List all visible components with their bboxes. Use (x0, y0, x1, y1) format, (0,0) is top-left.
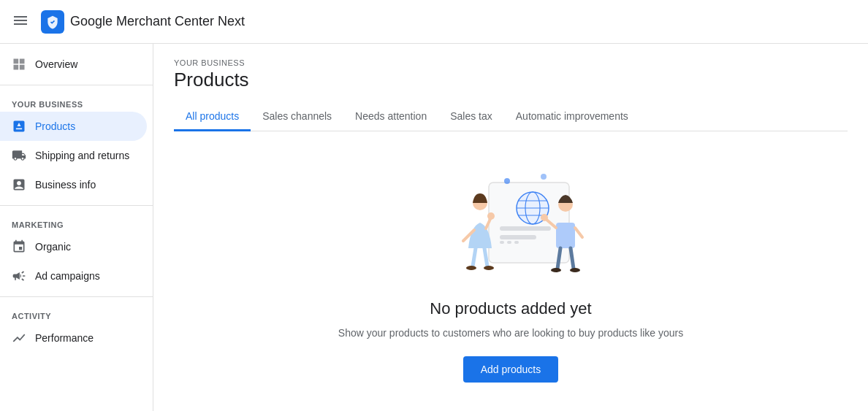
overview-icon (12, 57, 26, 72)
organic-label: Organic (35, 241, 71, 253)
svg-point-20 (484, 266, 494, 270)
sidebar-item-organic[interactable]: Organic (0, 232, 147, 261)
svg-rect-2 (500, 235, 536, 239)
ad-campaigns-label: Ad campaigns (35, 270, 100, 282)
tab-sales-tax[interactable]: Sales tax (438, 103, 504, 131)
svg-line-25 (575, 228, 582, 237)
performance-label: Performance (35, 332, 94, 344)
sidebar-item-overview[interactable]: Overview (0, 50, 147, 79)
products-label: Products (35, 120, 75, 132)
your-business-label: YOUR BUSINESS (174, 58, 848, 67)
svg-rect-5 (514, 241, 519, 244)
sidebar-item-performance[interactable]: Performance (0, 323, 147, 353)
svg-rect-22 (556, 223, 575, 248)
content-area: YOUR BUSINESS Products All products Sale… (153, 44, 868, 411)
tab-all-products[interactable]: All products (174, 103, 251, 131)
performance-icon (12, 331, 26, 345)
top-bar: Google Merchant Center Next (0, 0, 868, 44)
empty-subtitle: Show your products to customers who are … (338, 327, 683, 339)
tabs-bar: All products Sales channels Needs attent… (174, 103, 848, 131)
svg-point-12 (541, 174, 547, 180)
tab-automatic-improvements[interactable]: Automatic improvements (504, 103, 640, 131)
svg-rect-1 (500, 226, 551, 231)
sidebar-item-products[interactable]: Products (0, 112, 147, 141)
content-header: YOUR BUSINESS Products All products Sale… (153, 44, 868, 131)
sidebar-divider-2 (0, 205, 153, 206)
products-icon (12, 119, 26, 134)
empty-illustration (423, 161, 598, 285)
svg-point-29 (570, 268, 580, 272)
logo-area: Google Merchant Center Next (41, 10, 245, 34)
sidebar-divider-3 (0, 296, 153, 297)
svg-line-18 (484, 248, 487, 266)
svg-line-17 (473, 248, 476, 266)
svg-point-28 (551, 268, 561, 272)
overview-label: Overview (35, 58, 77, 70)
app-title: Google Merchant Center Next (70, 14, 245, 29)
sidebar: Overview Your Business Products Shipping… (0, 44, 153, 411)
organic-icon (12, 239, 26, 254)
shipping-icon (12, 148, 26, 163)
business-info-icon (12, 177, 26, 192)
menu-icon[interactable] (12, 12, 29, 32)
business-info-label: Business info (35, 179, 96, 191)
empty-title: No products added yet (430, 299, 591, 318)
sidebar-item-ad-campaigns[interactable]: Ad campaigns (0, 261, 147, 291)
main-layout: Overview Your Business Products Shipping… (0, 44, 868, 411)
activity-section: Activity (0, 303, 153, 323)
svg-point-24 (541, 214, 548, 221)
your-business-section: Your Business (0, 91, 153, 112)
logo-box (41, 10, 64, 34)
add-products-button[interactable]: Add products (463, 356, 559, 383)
marketing-section: Marketing (0, 212, 153, 232)
page-title: Products (174, 69, 848, 91)
ad-campaigns-icon (12, 269, 26, 283)
empty-state: No products added yet Show your products… (338, 161, 683, 383)
tab-sales-channels[interactable]: Sales channels (251, 103, 343, 131)
svg-rect-3 (500, 241, 504, 244)
svg-point-11 (504, 178, 510, 184)
sidebar-item-shipping[interactable]: Shipping and returns (0, 141, 147, 170)
svg-line-27 (571, 248, 574, 269)
shipping-label: Shipping and returns (35, 150, 129, 161)
svg-point-19 (466, 266, 476, 270)
svg-point-16 (487, 212, 495, 220)
svg-rect-4 (507, 241, 511, 244)
sidebar-divider-1 (0, 85, 153, 85)
sidebar-item-business-info[interactable]: Business info (0, 170, 147, 199)
content-body: No products added yet Show your products… (153, 131, 868, 411)
tab-needs-attention[interactable]: Needs attention (343, 103, 438, 131)
